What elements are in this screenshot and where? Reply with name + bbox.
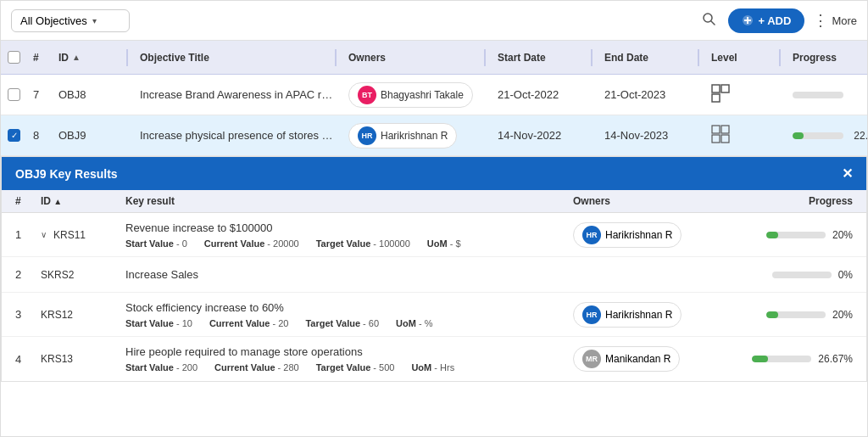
kr1-owner-name: Harikrishnan R xyxy=(605,229,672,241)
kr1-expand-icon[interactable]: ∨ xyxy=(41,230,47,239)
col-header-checkbox xyxy=(8,51,33,64)
row1-end-date: 21-Oct-2023 xyxy=(604,88,698,101)
row1-level xyxy=(711,84,779,105)
col-header-id[interactable]: ID ▲ xyxy=(58,52,126,64)
select-all-checkbox[interactable] xyxy=(8,51,20,64)
more-button[interactable]: ⋮ More xyxy=(813,11,857,30)
kr3-progress-fill xyxy=(766,311,778,318)
kr3-meta: Start Value - 10 Current Value - 20 Targ… xyxy=(125,318,573,328)
kr1-uom: UoM - $ xyxy=(427,238,461,249)
kr1-title: Revenue increase to $100000 xyxy=(125,221,573,234)
col-header-end-date[interactable]: End Date xyxy=(604,52,698,64)
col-sep-2 xyxy=(335,49,337,66)
kr-row: 1 ∨ KRS11 Revenue increase to $100000 St… xyxy=(2,213,866,257)
kr-col-hdr-result: Key result xyxy=(125,195,573,207)
kr1-result: Revenue increase to $100000 Start Value … xyxy=(125,221,573,249)
kr-col-header-row: # ID ▲ Key result Owners Progress xyxy=(2,190,866,213)
row1-checkbox[interactable] xyxy=(8,88,20,101)
kr4-uom: UoM - Hrs xyxy=(411,362,454,373)
row2-level-icon xyxy=(711,125,730,143)
kr4-avatar: MR xyxy=(582,350,601,368)
row1-progress-pct: 0% xyxy=(850,89,867,101)
kr-col-hdr-owners: Owners xyxy=(573,195,743,207)
kr4-result: Hire people required to manage store ope… xyxy=(125,345,573,373)
kr-panel: OBJ9 Key Results ✕ # ID ▲ Key result Own… xyxy=(1,156,867,382)
kr2-result: Increase Sales xyxy=(125,268,573,281)
kr2-progress: 0% xyxy=(743,269,853,281)
kr4-curr-val: Current Value - 280 xyxy=(214,362,299,373)
kr1-progress-pct: 20% xyxy=(832,229,853,241)
col-header-owners[interactable]: Owners xyxy=(348,52,484,64)
row1-num: 7 xyxy=(33,88,58,101)
row1-checkbox-cell xyxy=(8,88,33,101)
kr-col-hdr-id[interactable]: ID ▲ xyxy=(41,195,108,207)
kr1-progress: 20% xyxy=(743,229,853,241)
kr2-num: 2 xyxy=(15,268,41,281)
kr3-result: Stock efficiency increase to 60% Start V… xyxy=(125,301,573,328)
kr-row: 2 SKRS2 Increase Sales 0% xyxy=(2,257,866,293)
add-button[interactable]: + ADD xyxy=(728,8,804,33)
svg-rect-5 xyxy=(712,85,720,92)
row2-checkbox-cell xyxy=(8,129,33,142)
kr4-num: 4 xyxy=(15,353,41,366)
row2-progress: 22.22% xyxy=(793,130,867,142)
kr2-id: SKRS2 xyxy=(41,269,108,281)
search-icon xyxy=(702,12,715,25)
row2-start-date: 14-Nov-2022 xyxy=(498,129,591,142)
row1-start-date: 21-Oct-2022 xyxy=(498,88,591,101)
kr3-target-val: Target Value - 60 xyxy=(305,318,379,328)
row2-end-date: 14-Nov-2023 xyxy=(604,129,698,142)
kr2-progress-bg xyxy=(772,272,832,278)
col-header-title[interactable]: Objective Title xyxy=(140,52,335,64)
row2-progress-pct: 22.22% xyxy=(850,130,867,142)
row2-owner-chip: HR Harikrishnan R xyxy=(348,123,457,148)
kr4-progress-pct: 26.67% xyxy=(818,353,853,365)
col-header-level[interactable]: Level xyxy=(711,52,779,64)
kr1-curr-val: Current Value - 20000 xyxy=(204,238,299,249)
kr1-progress-fill xyxy=(766,232,778,238)
kr1-meta: Start Value - 0 Current Value - 20000 Ta… xyxy=(125,238,573,249)
svg-rect-10 xyxy=(712,135,720,143)
row2-checkbox[interactable] xyxy=(8,129,20,142)
kr1-id: KRS11 xyxy=(53,229,86,241)
col-sep-6 xyxy=(779,49,781,66)
col-header-num: # xyxy=(33,52,58,64)
kr4-id: KRS13 xyxy=(41,353,108,365)
row1-owner-chip: BT Bhagyashri Takale xyxy=(348,82,473,108)
kr1-start-val: Start Value - 0 xyxy=(125,238,187,249)
row1-id: OBJ8 xyxy=(58,88,126,101)
row1-owner: BT Bhagyashri Takale xyxy=(348,82,484,108)
filter-label: All Objectives xyxy=(20,14,87,27)
kr3-curr-val: Current Value - 20 xyxy=(209,318,289,328)
more-label: More xyxy=(832,14,857,27)
kr3-progress-bg xyxy=(766,311,826,318)
kr2-title: Increase Sales xyxy=(125,268,573,281)
row1-progress-bg xyxy=(793,92,843,98)
col-header-progress[interactable]: Progress xyxy=(793,52,867,64)
kr4-target-val: Target Value - 500 xyxy=(316,362,395,373)
kr3-owner-chip: HR Harikrishnan R xyxy=(573,302,682,328)
col-header-start-date[interactable]: Start Date xyxy=(498,52,591,64)
row2-progress-bg xyxy=(793,132,843,139)
col-sep-1 xyxy=(126,49,128,66)
row1-avatar: BT xyxy=(358,86,376,104)
kr4-progress-fill xyxy=(752,356,768,362)
kr3-id: KRS12 xyxy=(41,309,108,321)
kr1-owner-chip: HR Harikrishnan R xyxy=(573,222,682,248)
search-button[interactable] xyxy=(698,8,720,33)
row2-id: OBJ9 xyxy=(58,129,126,142)
kr4-meta: Start Value - 200 Current Value - 280 Ta… xyxy=(125,362,573,373)
col-sep-5 xyxy=(698,49,699,66)
objectives-table: # ID ▲ Objective Title Owners Start Date… xyxy=(1,41,867,436)
kr-close-button[interactable]: ✕ xyxy=(842,165,853,182)
kr4-owner: MR Manikandan R xyxy=(573,346,743,372)
kr4-owner-name: Manikandan R xyxy=(605,353,670,365)
kr-panel-title: OBJ9 Key Results xyxy=(15,167,118,181)
add-label: + ADD xyxy=(758,14,791,27)
kr3-progress: 20% xyxy=(743,309,853,321)
row2-owner-name: Harikrishnan R xyxy=(381,130,448,142)
row1-owner-name: Bhagyashri Takale xyxy=(381,89,464,101)
svg-line-1 xyxy=(711,21,715,25)
objectives-filter-dropdown[interactable]: All Objectives ▾ xyxy=(11,9,130,32)
svg-rect-8 xyxy=(712,126,720,133)
